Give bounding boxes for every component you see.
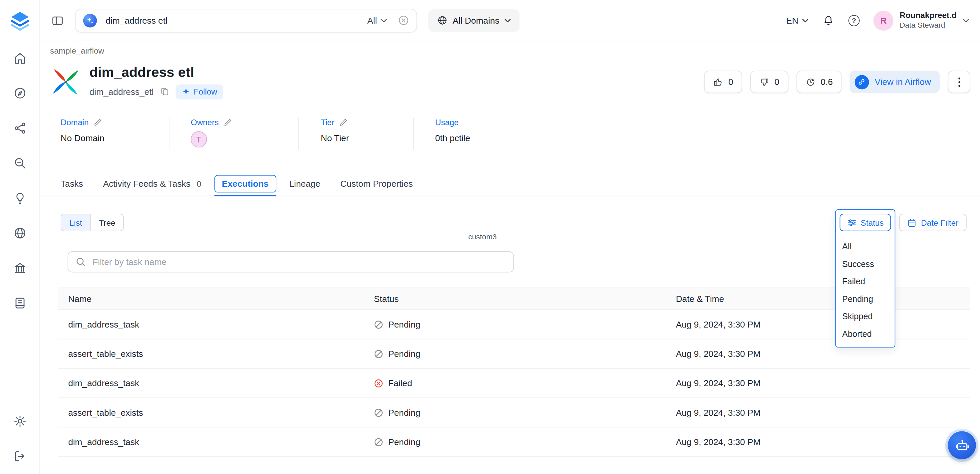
edit-pencil-icon[interactable] — [94, 118, 102, 126]
table-row[interactable]: dim_address_task Pending Aug 9, 2024, 3:… — [58, 427, 970, 457]
more-actions-button[interactable] — [948, 71, 970, 93]
sidebar-item-search-keys-icon[interactable] — [13, 156, 26, 170]
upvote-button[interactable]: 0 — [704, 71, 742, 93]
status-option-success[interactable]: Success — [840, 256, 891, 273]
edit-pencil-icon[interactable] — [339, 118, 347, 126]
search-scope-dropdown[interactable]: All — [367, 15, 387, 25]
task-name: dim_address_task — [58, 427, 364, 457]
table-row[interactable]: assert_table_exists Pending Aug 9, 2024,… — [58, 398, 970, 427]
status-icon — [374, 408, 383, 417]
globe-icon — [437, 15, 447, 25]
settings-gear-icon[interactable] — [13, 414, 26, 428]
date-filter-button[interactable]: Date Filter — [899, 214, 967, 231]
view-toggle-list[interactable]: List — [61, 215, 91, 231]
date-filter-label: Date Filter — [921, 218, 959, 227]
execution-datetime: Aug 9, 2024, 3:30 PM — [666, 427, 970, 457]
user-name: Rounakpreet.d — [900, 11, 957, 21]
task-filter-field[interactable] — [68, 251, 514, 273]
status-option-failed[interactable]: Failed — [840, 273, 891, 291]
column-header-datetime[interactable]: Date & Time — [666, 288, 970, 310]
ai-sparkle-icon — [83, 13, 97, 27]
task-filter-input[interactable] — [91, 256, 506, 268]
tab-executions[interactable]: Executions — [221, 171, 269, 196]
tab-bar: Tasks Activity Feeds & Tasks 0 Execution… — [50, 171, 970, 196]
status-option-aborted[interactable]: Aborted — [840, 326, 891, 343]
domain-value: No Domain — [60, 133, 169, 143]
execution-datetime: Aug 9, 2024, 3:30 PM — [666, 398, 970, 427]
follow-button[interactable]: Follow — [175, 84, 223, 99]
sidebar-item-insights-bulb-icon[interactable] — [13, 191, 26, 205]
status-option-all[interactable]: All — [840, 238, 891, 256]
global-search-bar[interactable]: All — [75, 8, 417, 32]
table-row[interactable]: assert_table_exists Pending Aug 9, 2024,… — [58, 339, 970, 369]
help-icon[interactable]: ? — [848, 14, 860, 26]
chevron-down-icon — [802, 18, 808, 22]
owner-avatar[interactable]: T — [191, 131, 207, 148]
table-header-row: Name Status Date & Time — [58, 288, 970, 310]
execution-datetime: Aug 9, 2024, 3:30 PM — [666, 369, 970, 398]
copy-icon[interactable] — [160, 87, 169, 96]
sidebar-item-knowledge-book-icon[interactable] — [13, 296, 26, 310]
openmetadata-logo-icon[interactable] — [9, 10, 30, 31]
view-in-airflow-label: View in Airflow — [875, 77, 931, 87]
task-name: dim_address_task — [58, 369, 364, 398]
magnifier-icon — [76, 257, 86, 267]
entity-fqn: dim_address_etl — [89, 87, 154, 97]
header-actions: 0 0 0.6 View in Airflow — [704, 71, 970, 93]
table-row[interactable]: dim_address_task Pending Aug 9, 2024, 3:… — [58, 310, 970, 339]
downvote-button[interactable]: 0 — [750, 71, 788, 93]
tab-activity-feeds[interactable]: Activity Feeds & Tasks 0 — [103, 171, 201, 196]
executions-table: Name Status Date & Time dim_address_task… — [58, 288, 970, 457]
sidebar-toggle-icon[interactable] — [51, 14, 64, 27]
all-domains-dropdown[interactable]: All Domains — [428, 9, 519, 32]
column-header-status[interactable]: Status — [364, 288, 666, 310]
owners-section: Owners T — [170, 118, 299, 150]
tier-section: Tier No Tier — [299, 118, 414, 150]
status-option-pending[interactable]: Pending — [840, 291, 891, 308]
breadcrumb[interactable]: sample_airflow — [50, 46, 970, 56]
view-in-airflow-button[interactable]: View in Airflow — [850, 71, 940, 93]
status-icon — [374, 437, 383, 446]
sidebar-item-data-graph-icon[interactable] — [13, 121, 26, 135]
status-text: Pending — [388, 319, 420, 329]
status-filter-button[interactable]: Status — [840, 214, 891, 231]
tab-custom-properties[interactable]: Custom Properties — [340, 171, 413, 196]
search-input[interactable] — [105, 14, 360, 26]
score-button[interactable]: 0.6 — [796, 71, 842, 93]
sidebar-item-home[interactable] — [13, 51, 26, 65]
chat-assistant-button[interactable] — [948, 431, 976, 460]
column-header-name[interactable]: Name — [58, 288, 364, 310]
page-title: dim_address etl — [89, 65, 223, 80]
execution-datetime: Aug 9, 2024, 3:30 PM — [666, 310, 970, 339]
domain-section: Domain No Domain — [60, 118, 170, 150]
entity-header: dim_address etl dim_address_etl Follow 0 — [50, 62, 970, 101]
edit-pencil-icon[interactable] — [224, 118, 232, 126]
task-name: assert_table_exists — [58, 398, 364, 427]
logout-icon[interactable] — [13, 449, 26, 463]
user-menu[interactable]: R Rounakpreet.d Data Steward — [873, 10, 969, 30]
language-dropdown[interactable]: EN — [786, 15, 808, 25]
notifications-bell-icon[interactable] — [822, 14, 835, 27]
tab-tasks[interactable]: Tasks — [60, 171, 83, 196]
history-clock-icon — [805, 76, 816, 87]
sidebar-item-govern-bank-icon[interactable] — [13, 261, 26, 275]
view-toggle-tree[interactable]: Tree — [91, 215, 124, 231]
tab-lineage[interactable]: Lineage — [289, 171, 320, 196]
user-role: Data Steward — [900, 21, 957, 30]
thumbs-down-icon — [759, 76, 770, 87]
search-clear-icon[interactable] — [398, 15, 409, 25]
link-icon — [855, 75, 869, 89]
toolbar-filters: Status All Success Failed Pending Skippe… — [840, 214, 967, 231]
status-option-skipped[interactable]: Skipped — [840, 308, 891, 326]
entity-meta-row: Domain No Domain Owners T Tier No Tier — [50, 118, 970, 156]
status-filter-slot: Status All Success Failed Pending Skippe… — [840, 214, 891, 231]
sidebar-item-explore-compass-icon[interactable] — [13, 86, 26, 100]
status-icon — [374, 379, 383, 388]
status-text: Pending — [388, 407, 420, 417]
executions-panel: List Tree Status All Success — [50, 196, 970, 457]
sidebar-item-domains-globe-icon[interactable] — [13, 226, 26, 240]
activity-count-badge: 0 — [197, 179, 202, 188]
user-avatar: R — [873, 10, 893, 30]
status-icon — [374, 320, 383, 329]
table-row[interactable]: dim_address_task Failed Aug 9, 2024, 3:3… — [58, 369, 970, 398]
